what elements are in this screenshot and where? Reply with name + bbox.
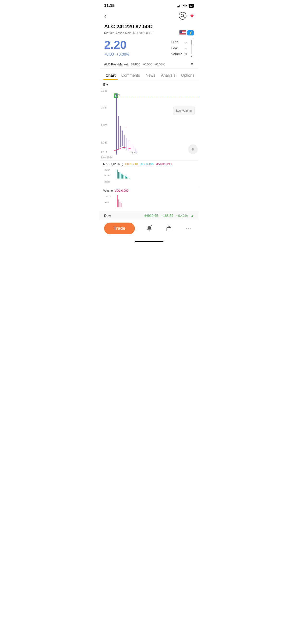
macd-section: MACD(12,26,9) DIF:0.210 DEA:0.105 MACD:0… <box>99 160 199 187</box>
bottom-ticker: Dow 44910.65 +188.59 +0.42% ▲ <box>99 211 199 220</box>
volume-header: Volume VOL:0.000 <box>103 188 195 193</box>
svg-rect-56 <box>119 202 120 207</box>
svg-text:★: ★ <box>180 31 182 32</box>
wifi-icon <box>183 4 187 8</box>
status-icons: 53 <box>177 4 194 8</box>
macd-header: MACD(12,26,9) DIF:0.210 DEA:0.105 MACD:0… <box>103 162 195 167</box>
us-flag-icon: ★ <box>180 30 186 35</box>
back-button[interactable]: ‹ <box>104 12 106 20</box>
svg-rect-43 <box>118 172 119 179</box>
tab-chart[interactable]: Chart <box>103 70 118 80</box>
tab-options[interactable]: Options <box>179 70 197 80</box>
price-chart-svg: 2.331 2.003 1.675 1.347 1.019 2.20 B <box>99 88 199 159</box>
ticker-name: Dow <box>104 214 114 218</box>
svg-text:Nov 2024: Nov 2024 <box>101 156 112 159</box>
svg-rect-7 <box>180 34 186 34</box>
volume-section: Volume VOL:0.000 194.0 97.0 <box>99 187 199 211</box>
chart-container: 5 ▼ 2.331 2.003 1.675 1.347 1.019 2.20 B <box>99 80 199 211</box>
svg-text:194.0: 194.0 <box>105 195 110 198</box>
ticker-change: +188.59 <box>161 214 173 218</box>
svg-rect-49 <box>126 177 127 178</box>
bottom-nav: Trade ··· <box>99 220 199 239</box>
post-market-info: ALC Post-Market 88.850 +0.000 +0.00% <box>104 62 165 66</box>
svg-text:0.026: 0.026 <box>105 181 110 183</box>
svg-rect-54 <box>117 195 118 207</box>
tab-analysis[interactable]: Analysis <box>159 70 178 80</box>
tab-comments[interactable]: Comments <box>119 70 142 80</box>
svg-rect-51 <box>129 178 129 179</box>
more-dots-icon: ··· <box>186 226 192 232</box>
battery-icon: 53 <box>189 4 194 8</box>
post-market-change: +0.000 <box>142 62 152 66</box>
post-market-bar: ALC Post-Market 88.850 +0.000 +0.00% ▼ <box>99 60 199 68</box>
nav-right-actions: ♥ <box>179 12 194 20</box>
status-bar: 11:15 53 <box>99 0 199 10</box>
lightning-icon: ⚡ <box>187 30 194 36</box>
price-details-values: -- -- 0 <box>185 39 187 58</box>
svg-text:↕: ↕ <box>125 126 126 129</box>
ticker-change-pct: +0.42% <box>176 214 188 218</box>
svg-text:0.237: 0.237 <box>105 169 110 171</box>
svg-rect-46 <box>122 175 123 179</box>
svg-rect-6 <box>180 33 186 34</box>
more-button[interactable]: ··· <box>183 223 194 234</box>
post-market-change-pct: +0.00% <box>155 62 165 66</box>
bell-icon <box>146 225 153 232</box>
macd-label: MACD(12,26,9) <box>103 162 123 166</box>
post-market-label: ALC Post-Market <box>104 62 128 66</box>
share-button[interactable] <box>164 223 174 234</box>
home-bar <box>135 241 163 242</box>
svg-text:2.331: 2.331 <box>101 89 107 92</box>
svg-text:1.347: 1.347 <box>101 141 107 144</box>
svg-text:⊕: ⊕ <box>192 147 194 151</box>
svg-text:0.105: 0.105 <box>105 174 110 177</box>
volume-label: Volume <box>103 189 113 192</box>
svg-rect-8 <box>180 34 186 35</box>
svg-rect-45 <box>121 174 122 178</box>
main-chart[interactable]: 2.331 2.003 1.675 1.347 1.019 2.20 B <box>99 88 199 160</box>
vol-val: VOL:0.000 <box>115 189 128 192</box>
change-percent: +0.00% <box>116 52 129 56</box>
timeframe-btn[interactable]: 5 ▼ <box>103 83 109 86</box>
svg-rect-42 <box>117 170 117 178</box>
alert-button[interactable] <box>144 223 155 234</box>
svg-rect-50 <box>127 178 128 179</box>
svg-rect-48 <box>125 176 125 178</box>
search-button[interactable] <box>179 12 186 20</box>
stock-header: ALC 241220 87.50C Market Closed Nov 26 0… <box>99 22 199 38</box>
tab-bar: Chart Comments News Analysis Options <box>99 70 199 80</box>
nav-bar: ‹ ♥ <box>99 10 199 22</box>
svg-rect-44 <box>119 172 120 178</box>
macd-dif: DIF:0.210 <box>125 162 138 166</box>
home-indicator <box>99 239 199 243</box>
post-market-dropdown[interactable]: ▼ <box>190 62 194 66</box>
volume-value: 0 <box>185 51 187 57</box>
macd-dea: DEA:0.105 <box>140 162 154 166</box>
macd-chart-svg: 0.237 0.105 0.026 <box>103 167 195 186</box>
tab-news[interactable]: News <box>143 70 158 80</box>
volume-chart-svg: 194.0 97.0 <box>103 193 195 210</box>
signal-icon <box>177 4 181 8</box>
svg-text:1.675: 1.675 <box>101 124 107 127</box>
high-value: -- <box>185 39 187 45</box>
favorite-button[interactable]: ♥ <box>190 12 194 20</box>
svg-line-1 <box>183 16 184 18</box>
stock-ticker: ALC 241220 87.50C <box>104 24 194 30</box>
scroll-indicator[interactable]: ▼ <box>190 39 194 58</box>
price-section: 2.20 +0.00 +0.00% High Low Volume -- -- … <box>99 38 199 60</box>
price-details-labels: High Low Volume <box>171 39 183 58</box>
timeframe-dropdown-icon: ▼ <box>106 83 109 86</box>
svg-text:1.019: 1.019 <box>101 151 107 154</box>
svg-rect-55 <box>118 200 119 207</box>
low-value: -- <box>185 45 187 51</box>
svg-rect-57 <box>121 203 122 207</box>
svg-text:2.003: 2.003 <box>101 106 107 110</box>
svg-text:1.15: 1.15 <box>132 152 137 154</box>
svg-line-58 <box>151 226 152 226</box>
trade-button[interactable]: Trade <box>104 222 135 234</box>
share-icon <box>166 225 172 232</box>
timeframe-selector[interactable]: 5 ▼ <box>99 80 199 88</box>
svg-rect-47 <box>123 175 124 178</box>
ticker-price: 44910.65 <box>144 214 158 218</box>
change-value: +0.00 <box>104 52 114 56</box>
